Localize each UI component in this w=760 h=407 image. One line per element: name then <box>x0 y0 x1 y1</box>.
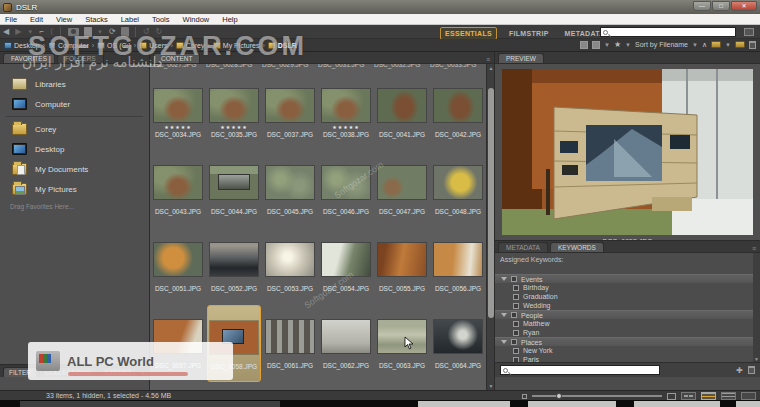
thumbnail-dsc-0041[interactable]: DSC_0041.JPG <box>374 73 430 150</box>
new-keyword-icon[interactable]: ✚ <box>736 366 743 375</box>
thumbnail-size-slider[interactable] <box>532 395 662 397</box>
menu-edit[interactable]: Edit <box>30 15 43 24</box>
breadcrumb-dslr[interactable]: DSLR <box>268 42 297 49</box>
keywords-menu-icon[interactable]: ≡ <box>752 245 756 252</box>
search-input[interactable] <box>600 27 736 37</box>
delete-keyword-icon[interactable] <box>748 366 755 374</box>
thumbnail-dsc-0064[interactable]: DSC_0064.JPG <box>430 304 486 381</box>
menu-label[interactable]: Label <box>121 15 139 24</box>
checkbox[interactable] <box>513 285 519 291</box>
breadcrumb-corey[interactable]: Corey <box>176 42 205 49</box>
quality-caret-icon[interactable]: ▼ <box>604 42 610 48</box>
thumbnail-dsc-0048[interactable]: DSC_0048.JPG <box>430 150 486 227</box>
checkbox[interactable] <box>513 321 519 327</box>
thumbnail-dsc-0063[interactable]: DSC_0063.JPG <box>374 304 430 381</box>
folder-caret-icon[interactable]: ▼ <box>725 42 731 48</box>
tab-favorites[interactable]: FAVORITES <box>3 53 55 63</box>
keyword-matthew[interactable]: Matthew <box>495 319 760 328</box>
menu-view[interactable]: View <box>56 15 72 24</box>
favorites-item-desktop[interactable]: Desktop <box>0 139 149 159</box>
menu-window[interactable]: Window <box>183 15 210 24</box>
view-thumbnails-button[interactable] <box>701 392 716 400</box>
recent-icon[interactable]: ⟨ <box>50 26 53 38</box>
keyword-search-input[interactable] <box>500 365 660 375</box>
content-scrollbar[interactable]: ▲ ▼ <box>486 64 494 390</box>
disclosure-icon[interactable] <box>501 340 507 344</box>
checkbox[interactable] <box>513 330 519 336</box>
output-icon[interactable] <box>121 27 129 37</box>
sort-by-label[interactable]: Sort by Filename <box>635 41 688 48</box>
close-button[interactable]: ✕ <box>731 1 757 11</box>
checkbox[interactable] <box>511 312 517 318</box>
thumbnail-dsc-0052[interactable]: DSC_0052.JPG <box>206 227 262 304</box>
disclosure-icon[interactable] <box>501 277 507 281</box>
history-caret-icon[interactable]: ▼ <box>27 26 33 38</box>
file-caret-icon[interactable]: ▼ <box>97 26 103 38</box>
tab-content[interactable]: CONTENT <box>153 53 200 63</box>
scrollbar-thumb[interactable] <box>488 88 494 318</box>
compact-mode-icon[interactable] <box>744 28 754 36</box>
content-menu-icon[interactable]: ≡ <box>486 56 490 63</box>
keyword-group-people[interactable]: People <box>495 310 760 319</box>
thumbnail-dsc-0035[interactable]: ★★★★★DSC_0035.JPG <box>206 73 262 150</box>
checkbox[interactable] <box>513 348 519 354</box>
workspace-tab-filmstrip[interactable]: FILMSTRIP <box>505 28 553 39</box>
thumbnail-dsc-0037[interactable]: DSC_0037.JPG <box>262 73 318 150</box>
keyword-new-york[interactable]: New York <box>495 346 760 355</box>
breadcrumb-my-pictures[interactable]: My Pictures <box>213 42 260 49</box>
thumbnail-dsc-0047[interactable]: DSC_0047.JPG <box>374 150 430 227</box>
checkbox[interactable] <box>513 303 519 309</box>
thumbnail-dsc-0038[interactable]: ★★★★★DSC_0038.JPG <box>318 73 374 150</box>
sort-caret-icon[interactable]: ▼ <box>692 42 698 48</box>
thumbnail-dsc-0055[interactable]: DSC_0055.JPG <box>374 227 430 304</box>
thumbnail-dsc-0062[interactable]: DSC_0062.JPG <box>318 304 374 381</box>
checkbox[interactable] <box>511 339 517 345</box>
delete-icon[interactable] <box>749 41 756 49</box>
rotate-left-icon[interactable]: ↺ <box>143 26 150 38</box>
view-grid-button[interactable] <box>681 392 696 400</box>
checkbox[interactable] <box>511 276 517 282</box>
favorites-item-my-documents[interactable]: My Documents <box>0 159 149 179</box>
menu-help[interactable]: Help <box>222 15 237 24</box>
get-photos-icon[interactable] <box>68 28 79 36</box>
keyword-wedding[interactable]: Wedding <box>495 301 760 310</box>
slider-knob[interactable] <box>556 393 562 399</box>
thumbnail-dsc-0043[interactable]: DSC_0043.JPG <box>150 150 206 227</box>
star-caret-icon[interactable]: ▼ <box>625 42 631 48</box>
thumbnail-quality-icon[interactable] <box>580 41 588 49</box>
thumbnail-dsc-0046[interactable]: DSC_0046.JPG <box>318 150 374 227</box>
favorites-item-computer[interactable]: Computer <box>0 94 149 114</box>
breadcrumb-desktop[interactable]: Desktop <box>4 42 40 49</box>
boomerang-icon[interactable]: ⌐ <box>39 26 44 38</box>
open-recent-folder-icon[interactable] <box>711 41 721 48</box>
thumbnail-dsc-0056[interactable]: DSC_0056.JPG <box>430 227 486 304</box>
view-details-button[interactable] <box>721 392 736 400</box>
keyword-birthday[interactable]: Birthday <box>495 283 760 292</box>
tab-preview[interactable]: PREVIEW <box>498 53 544 63</box>
forward-icon[interactable]: ▶ <box>15 26 21 38</box>
favorites-item-my-pictures[interactable]: My Pictures <box>0 179 149 199</box>
keywords-scrollbar[interactable]: ▼ <box>753 253 760 362</box>
thumbnail-quality2-icon[interactable] <box>592 41 600 49</box>
thumbnail-dsc-0051[interactable]: DSC_0051.JPG <box>150 227 206 304</box>
back-icon[interactable]: ◀ <box>3 26 9 38</box>
breadcrumb-users[interactable]: Users <box>139 42 167 49</box>
thumbnail-dsc-0061[interactable]: DSC_0061.JPG <box>262 304 318 381</box>
breadcrumb-computer[interactable]: Computer <box>48 42 89 49</box>
tab-metadata[interactable]: METADATA <box>498 242 548 252</box>
favorites-item-libraries[interactable]: Libraries <box>0 74 149 94</box>
tab-keywords[interactable]: KEYWORDS <box>550 242 604 252</box>
new-folder-icon[interactable] <box>735 41 745 48</box>
thumbnail-dsc-0053[interactable]: DSC_0053.JPG <box>262 227 318 304</box>
menu-file[interactable]: File <box>5 15 17 24</box>
open-file-icon[interactable] <box>84 27 92 37</box>
keyword-graduation[interactable]: Graduation <box>495 292 760 301</box>
thumbnail-larger-icon[interactable] <box>667 393 676 400</box>
menu-tools[interactable]: Tools <box>152 15 170 24</box>
menu-stacks[interactable]: Stacks <box>85 15 108 24</box>
breadcrumb-os-c[interactable]: OS (C:) <box>97 42 131 49</box>
disclosure-icon[interactable] <box>501 313 507 317</box>
keyword-group-places[interactable]: Places <box>495 337 760 346</box>
thumbnail-dsc-0054[interactable]: DSC_0054.JPG <box>318 227 374 304</box>
checkbox[interactable] <box>513 294 519 300</box>
